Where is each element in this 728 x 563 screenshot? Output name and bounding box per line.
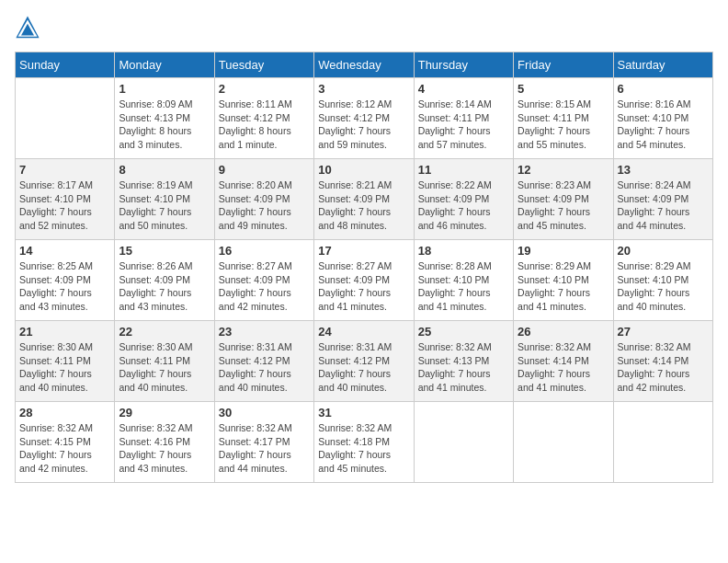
day-info: Sunrise: 8:32 AMSunset: 4:15 PMDaylight:… bbox=[19, 421, 110, 476]
day-info: Sunrise: 8:32 AMSunset: 4:17 PMDaylight:… bbox=[219, 421, 310, 476]
day-info: Sunrise: 8:30 AMSunset: 4:11 PMDaylight:… bbox=[19, 340, 110, 395]
logo bbox=[15, 15, 42, 40]
day-number: 29 bbox=[119, 406, 210, 419]
calendar-cell bbox=[613, 402, 712, 483]
calendar-week: 14Sunrise: 8:25 AMSunset: 4:09 PMDayligh… bbox=[16, 240, 713, 321]
calendar-cell bbox=[514, 402, 613, 483]
calendar-cell: 23Sunrise: 8:31 AMSunset: 4:12 PMDayligh… bbox=[214, 321, 313, 402]
day-info: Sunrise: 8:29 AMSunset: 4:10 PMDaylight:… bbox=[518, 259, 609, 314]
calendar-cell: 28Sunrise: 8:32 AMSunset: 4:15 PMDayligh… bbox=[16, 402, 115, 483]
day-number: 1 bbox=[119, 82, 210, 96]
day-number: 19 bbox=[518, 244, 609, 258]
day-info: Sunrise: 8:32 AMSunset: 4:14 PMDaylight:… bbox=[518, 340, 609, 395]
calendar-cell: 4Sunrise: 8:14 AMSunset: 4:11 PMDaylight… bbox=[414, 78, 513, 159]
calendar-cell: 2Sunrise: 8:11 AMSunset: 4:12 PMDaylight… bbox=[214, 78, 313, 159]
day-info: Sunrise: 8:11 AMSunset: 4:12 PMDaylight:… bbox=[219, 98, 310, 152]
day-header: Friday bbox=[514, 52, 613, 78]
day-number: 30 bbox=[219, 406, 310, 419]
day-header: Monday bbox=[115, 52, 214, 78]
day-info: Sunrise: 8:19 AMSunset: 4:10 PMDaylight:… bbox=[119, 178, 210, 233]
day-number: 5 bbox=[518, 82, 609, 96]
calendar-cell: 27Sunrise: 8:32 AMSunset: 4:14 PMDayligh… bbox=[613, 321, 712, 402]
day-info: Sunrise: 8:31 AMSunset: 4:12 PMDaylight:… bbox=[219, 340, 310, 395]
calendar-cell bbox=[414, 402, 513, 483]
day-number: 11 bbox=[418, 163, 509, 177]
calendar-cell: 13Sunrise: 8:24 AMSunset: 4:09 PMDayligh… bbox=[613, 159, 712, 240]
day-number: 6 bbox=[618, 82, 709, 96]
day-number: 26 bbox=[518, 325, 609, 339]
day-number: 24 bbox=[318, 325, 409, 339]
calendar-cell: 20Sunrise: 8:29 AMSunset: 4:10 PMDayligh… bbox=[613, 240, 712, 321]
calendar-cell: 8Sunrise: 8:19 AMSunset: 4:10 PMDaylight… bbox=[115, 159, 214, 240]
day-number: 12 bbox=[518, 163, 609, 177]
day-info: Sunrise: 8:32 AMSunset: 4:16 PMDaylight:… bbox=[119, 421, 210, 476]
day-info: Sunrise: 8:14 AMSunset: 4:11 PMDaylight:… bbox=[418, 98, 509, 152]
day-info: Sunrise: 8:32 AMSunset: 4:14 PMDaylight:… bbox=[618, 340, 709, 395]
day-number: 21 bbox=[19, 325, 110, 339]
day-number: 16 bbox=[219, 244, 310, 258]
day-info: Sunrise: 8:17 AMSunset: 4:10 PMDaylight:… bbox=[19, 178, 110, 233]
calendar-cell: 9Sunrise: 8:20 AMSunset: 4:09 PMDaylight… bbox=[214, 159, 313, 240]
calendar-cell: 15Sunrise: 8:26 AMSunset: 4:09 PMDayligh… bbox=[115, 240, 214, 321]
day-header: Sunday bbox=[16, 52, 115, 78]
day-number: 13 bbox=[618, 163, 709, 177]
day-number: 10 bbox=[318, 163, 409, 177]
day-number: 23 bbox=[219, 325, 310, 339]
calendar-cell: 22Sunrise: 8:30 AMSunset: 4:11 PMDayligh… bbox=[115, 321, 214, 402]
calendar-cell: 12Sunrise: 8:23 AMSunset: 4:09 PMDayligh… bbox=[514, 159, 613, 240]
calendar-week: 7Sunrise: 8:17 AMSunset: 4:10 PMDaylight… bbox=[16, 159, 713, 240]
calendar-cell: 18Sunrise: 8:28 AMSunset: 4:10 PMDayligh… bbox=[414, 240, 513, 321]
calendar-cell: 31Sunrise: 8:32 AMSunset: 4:18 PMDayligh… bbox=[314, 402, 414, 483]
day-number: 4 bbox=[418, 82, 509, 96]
day-number: 31 bbox=[318, 406, 409, 419]
day-number: 20 bbox=[618, 244, 709, 258]
day-info: Sunrise: 8:09 AMSunset: 4:13 PMDaylight:… bbox=[119, 98, 210, 152]
day-header: Wednesday bbox=[314, 52, 414, 78]
day-info: Sunrise: 8:31 AMSunset: 4:12 PMDaylight:… bbox=[318, 340, 409, 395]
day-info: Sunrise: 8:23 AMSunset: 4:09 PMDaylight:… bbox=[518, 178, 609, 233]
day-number: 17 bbox=[318, 244, 409, 258]
calendar-cell: 19Sunrise: 8:29 AMSunset: 4:10 PMDayligh… bbox=[514, 240, 613, 321]
calendar-cell: 25Sunrise: 8:32 AMSunset: 4:13 PMDayligh… bbox=[414, 321, 513, 402]
day-number: 28 bbox=[19, 406, 110, 419]
day-number: 3 bbox=[318, 82, 409, 96]
calendar-cell: 11Sunrise: 8:22 AMSunset: 4:09 PMDayligh… bbox=[414, 159, 513, 240]
day-info: Sunrise: 8:27 AMSunset: 4:09 PMDaylight:… bbox=[219, 259, 310, 314]
calendar-week: 21Sunrise: 8:30 AMSunset: 4:11 PMDayligh… bbox=[16, 321, 713, 402]
calendar-week: 1Sunrise: 8:09 AMSunset: 4:13 PMDaylight… bbox=[16, 78, 713, 159]
day-info: Sunrise: 8:32 AMSunset: 4:18 PMDaylight:… bbox=[318, 421, 409, 476]
day-info: Sunrise: 8:27 AMSunset: 4:09 PMDaylight:… bbox=[318, 259, 409, 314]
day-header: Thursday bbox=[414, 52, 513, 78]
day-header: Tuesday bbox=[214, 52, 313, 78]
day-number: 9 bbox=[219, 163, 310, 177]
day-number: 27 bbox=[618, 325, 709, 339]
calendar-cell: 17Sunrise: 8:27 AMSunset: 4:09 PMDayligh… bbox=[314, 240, 414, 321]
day-info: Sunrise: 8:26 AMSunset: 4:09 PMDaylight:… bbox=[119, 259, 210, 314]
calendar-cell: 14Sunrise: 8:25 AMSunset: 4:09 PMDayligh… bbox=[16, 240, 115, 321]
day-number: 2 bbox=[219, 82, 310, 96]
calendar-cell: 16Sunrise: 8:27 AMSunset: 4:09 PMDayligh… bbox=[214, 240, 313, 321]
calendar-cell: 7Sunrise: 8:17 AMSunset: 4:10 PMDaylight… bbox=[16, 159, 115, 240]
day-info: Sunrise: 8:32 AMSunset: 4:13 PMDaylight:… bbox=[418, 340, 509, 395]
calendar-cell: 29Sunrise: 8:32 AMSunset: 4:16 PMDayligh… bbox=[115, 402, 214, 483]
calendar-cell: 6Sunrise: 8:16 AMSunset: 4:10 PMDaylight… bbox=[613, 78, 712, 159]
calendar-header: SundayMondayTuesdayWednesdayThursdayFrid… bbox=[16, 52, 713, 78]
day-info: Sunrise: 8:30 AMSunset: 4:11 PMDaylight:… bbox=[119, 340, 210, 395]
day-number: 22 bbox=[119, 325, 210, 339]
calendar-cell: 1Sunrise: 8:09 AMSunset: 4:13 PMDaylight… bbox=[115, 78, 214, 159]
calendar-cell: 21Sunrise: 8:30 AMSunset: 4:11 PMDayligh… bbox=[16, 321, 115, 402]
calendar-cell: 30Sunrise: 8:32 AMSunset: 4:17 PMDayligh… bbox=[214, 402, 313, 483]
day-info: Sunrise: 8:29 AMSunset: 4:10 PMDaylight:… bbox=[618, 259, 709, 314]
calendar-table: SundayMondayTuesdayWednesdayThursdayFrid… bbox=[15, 52, 713, 483]
day-info: Sunrise: 8:22 AMSunset: 4:09 PMDaylight:… bbox=[418, 178, 509, 233]
day-info: Sunrise: 8:28 AMSunset: 4:10 PMDaylight:… bbox=[418, 259, 509, 314]
day-number: 8 bbox=[119, 163, 210, 177]
day-info: Sunrise: 8:12 AMSunset: 4:12 PMDaylight:… bbox=[318, 98, 409, 152]
day-number: 18 bbox=[418, 244, 509, 258]
day-number: 7 bbox=[19, 163, 110, 177]
day-number: 14 bbox=[19, 244, 110, 258]
calendar-cell: 3Sunrise: 8:12 AMSunset: 4:12 PMDaylight… bbox=[314, 78, 414, 159]
day-number: 15 bbox=[119, 244, 210, 258]
day-info: Sunrise: 8:21 AMSunset: 4:09 PMDaylight:… bbox=[318, 178, 409, 233]
day-info: Sunrise: 8:25 AMSunset: 4:09 PMDaylight:… bbox=[19, 259, 110, 314]
